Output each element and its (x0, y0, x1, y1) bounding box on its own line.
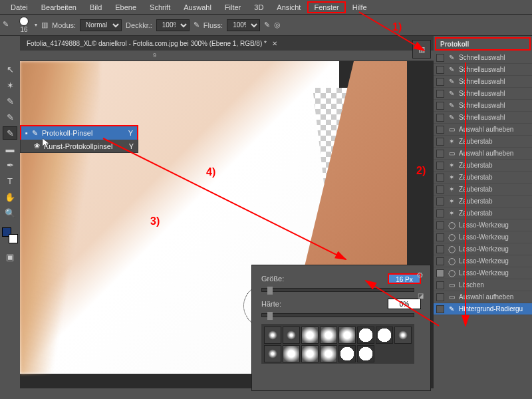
history-step[interactable]: ✎Schnellauswahl (434, 88, 532, 100)
brush-tool-icon[interactable]: ✎ (3, 110, 17, 124)
history-source-checkbox[interactable] (436, 174, 444, 182)
brush-preset[interactable] (264, 345, 281, 362)
menu-filter[interactable]: Filter (218, 1, 247, 13)
protokoll-panel-tab[interactable]: Protokoll (435, 37, 531, 51)
history-step[interactable]: ◯Lasso-Werkzeug (434, 255, 532, 267)
menu-datei[interactable]: Datei (4, 1, 35, 13)
history-step[interactable]: ✶Zauberstab (434, 184, 532, 196)
tablet-pressure-opacity-icon[interactable]: ✎ (194, 21, 200, 29)
brush-preset[interactable] (376, 327, 393, 344)
menu-hilfe[interactable]: Hilfe (346, 1, 374, 13)
history-source-checkbox[interactable] (436, 162, 444, 170)
history-step[interactable]: ✎Hintergrund-Radiergu (434, 303, 532, 315)
gear-icon[interactable]: ⚙ (416, 271, 424, 280)
history-source-checkbox[interactable] (436, 150, 444, 158)
history-step[interactable]: ✶Zauberstab (434, 160, 532, 172)
pen-tool-icon[interactable]: ✒ (3, 158, 17, 172)
brush-tool-icon[interactable]: ✎ (3, 20, 13, 31)
hardness-input[interactable]: 0% (388, 299, 421, 309)
history-step[interactable]: ▭Löschen (434, 279, 532, 291)
history-source-checkbox[interactable] (436, 78, 444, 86)
history-source-checkbox[interactable] (436, 245, 444, 253)
history-source-checkbox[interactable] (436, 305, 444, 313)
eyedropper-tool-icon[interactable]: ✎ (3, 94, 17, 108)
flyout-protokoll-pinsel[interactable]: ▪✎Protokoll-Pinsel Y (21, 126, 137, 140)
history-source-checkbox[interactable] (436, 221, 444, 229)
color-swatches[interactable] (2, 227, 18, 243)
history-step[interactable]: ✶Zauberstab (434, 196, 532, 207)
history-source-checkbox[interactable] (436, 138, 444, 146)
menu-fenster[interactable]: Fenster (307, 1, 345, 13)
new-preset-icon[interactable]: ◪ (418, 292, 424, 299)
history-source-checkbox[interactable] (436, 198, 444, 205)
menu-3d[interactable]: 3D (247, 1, 270, 13)
size-slider[interactable] (261, 288, 414, 292)
brush-preset[interactable] (320, 345, 337, 362)
brush-preset[interactable] (394, 327, 412, 344)
brush-preset[interactable] (320, 327, 337, 344)
opacity-select[interactable]: 100% (156, 19, 190, 31)
document-tab[interactable]: Fotolia_41749888_XL© danielkrol - Fotoli… (27, 40, 267, 47)
quick-mask-icon[interactable]: ▣ (3, 250, 17, 263)
history-source-checkbox[interactable] (436, 281, 444, 289)
blend-mode-select[interactable]: Normal (80, 19, 122, 31)
brush-preset[interactable] (283, 345, 300, 362)
history-source-checkbox[interactable] (436, 209, 444, 217)
history-step[interactable]: ▭Auswahl aufheben (434, 148, 532, 160)
history-source-checkbox[interactable] (436, 269, 444, 277)
history-step[interactable]: ✎Schnellauswahl (434, 76, 532, 88)
history-step[interactable]: ✶Zauberstab (434, 172, 532, 184)
zoom-tool-icon[interactable]: 🔍 (3, 206, 17, 219)
history-source-checkbox[interactable] (436, 90, 444, 98)
menu-auswahl[interactable]: Auswahl (177, 1, 218, 13)
history-step[interactable]: ✎Schnellauswahl (434, 112, 532, 124)
history-source-checkbox[interactable] (436, 233, 444, 241)
brush-preset[interactable] (283, 327, 300, 344)
history-step[interactable]: ◯Lasso-Werkzeug (434, 231, 532, 243)
tablet-pressure-size-icon[interactable]: ◎ (274, 21, 281, 29)
history-step[interactable]: ◯Lasso-Werkzeug (434, 243, 532, 255)
history-step[interactable]: ✎Schnellauswahl (434, 100, 532, 112)
hardness-slider[interactable] (261, 313, 414, 317)
history-source-checkbox[interactable] (436, 114, 444, 122)
close-tab-icon[interactable]: ✕ (272, 40, 277, 47)
flyout-kunst-protokollpinsel[interactable]: ❀Kunst-Protokollpinsel Y (20, 140, 138, 153)
gradient-tool-icon[interactable]: ▬ (3, 142, 17, 156)
type-tool-icon[interactable]: T (3, 174, 17, 188)
brush-preset[interactable] (338, 327, 356, 344)
brush-preset[interactable] (338, 345, 356, 362)
menu-schrift[interactable]: Schrift (143, 1, 177, 13)
history-source-checkbox[interactable] (436, 126, 444, 134)
brush-preset[interactable] (357, 327, 374, 344)
history-brush-tool-icon[interactable]: ✎ (3, 126, 17, 140)
history-source-checkbox[interactable] (436, 66, 444, 74)
history-step[interactable]: ▭Auswahl aufheben (434, 291, 532, 303)
brush-preset-dropdown-icon[interactable]: ▾ (35, 22, 37, 28)
menu-bearbeiten[interactable]: Bearbeiten (35, 1, 83, 13)
move-tool-icon[interactable]: ↖ (3, 63, 17, 76)
menu-bild[interactable]: Bild (83, 1, 108, 13)
history-step[interactable]: ✶Zauberstab (434, 207, 532, 219)
history-source-checkbox[interactable] (436, 186, 444, 194)
wand-tool-icon[interactable]: ✶ (3, 78, 17, 92)
history-step[interactable]: ◯Lasso-Werkzeug (434, 267, 532, 279)
history-source-checkbox[interactable] (436, 293, 444, 301)
hand-tool-icon[interactable]: ✋ (3, 190, 17, 203)
history-source-checkbox[interactable] (436, 54, 444, 62)
brush-panel-icon[interactable]: ▥ (41, 21, 48, 29)
brush-preset[interactable] (357, 345, 374, 362)
brush-preview-icon[interactable] (19, 17, 29, 26)
history-source-checkbox[interactable] (436, 257, 444, 265)
airbrush-icon[interactable]: ✎ (264, 21, 270, 29)
history-step[interactable]: ✎Schnellauswahl (434, 64, 532, 76)
brush-preset[interactable] (301, 345, 319, 362)
menu-ansicht[interactable]: Ansicht (270, 1, 307, 13)
menu-ebene[interactable]: Ebene (108, 1, 143, 13)
history-step[interactable]: ◯Lasso-Werkzeug (434, 219, 532, 231)
history-step[interactable]: ✶Zauberstab (434, 136, 532, 148)
history-source-checkbox[interactable] (436, 102, 444, 110)
brush-preset[interactable] (264, 327, 281, 344)
brush-preset[interactable] (301, 327, 319, 344)
panel-dock-icon[interactable]: ▥ (412, 40, 431, 59)
flow-select[interactable]: 100% (227, 19, 260, 31)
